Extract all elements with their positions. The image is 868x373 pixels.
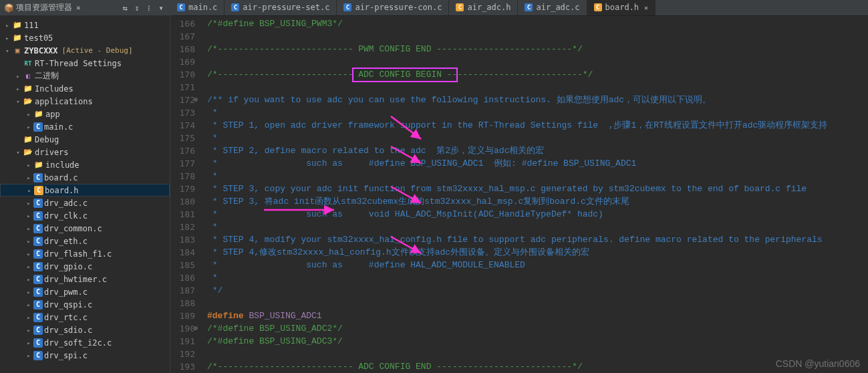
code-line[interactable] <box>207 297 868 309</box>
tree-item[interactable]: ▸📁include <box>0 158 170 171</box>
tree-item[interactable]: ▸Cdrv_hwtimer.c <box>0 273 170 285</box>
expand-arrow-icon[interactable]: ▸ <box>25 174 32 181</box>
expand-arrow-icon[interactable]: ▾ <box>15 149 21 156</box>
code-line[interactable]: * <box>207 170 868 182</box>
editor-tab[interactable]: Cair_adc.h <box>449 0 518 15</box>
code-line[interactable]: * such as #define HAL_ADC_MODULE_ENABLED <box>207 259 868 271</box>
editor-tab[interactable]: Cair-pressure-con.c <box>337 0 449 15</box>
collapse-icon[interactable]: ⇆ <box>120 3 130 13</box>
editor-tab[interactable]: Cair-pressure-set.c <box>225 0 337 15</box>
code-line[interactable]: * STEP 4,修改stm32xxxx_hal_config.h文件以支持ad… <box>207 246 868 259</box>
expand-arrow-icon[interactable]: ▸ <box>25 276 32 283</box>
expand-arrow-icon[interactable]: ▸ <box>25 251 32 257</box>
expand-arrow-icon[interactable]: ▸ <box>15 86 21 92</box>
code-line[interactable]: * <box>207 221 868 233</box>
code-line[interactable] <box>207 348 868 360</box>
code-line[interactable]: /*#define BSP_USING_PWM3*/ <box>207 17 868 30</box>
fold-marker-icon[interactable] <box>194 98 198 102</box>
code-line[interactable]: /*#define BSP_USING_ADC2*/ <box>207 322 868 335</box>
code-line[interactable]: /*-------------------------- PWM CONFIG … <box>207 43 868 55</box>
expand-arrow-icon[interactable]: ▾ <box>15 98 21 105</box>
code-line[interactable]: * STEP 3, 将adc init函数从stm32cubemx生成的stm3… <box>207 195 868 208</box>
expand-arrow-icon[interactable]: ▸ <box>25 327 32 334</box>
code-line[interactable]: * such as void HAL_ADC_MspInit(ADC_Handl… <box>207 208 868 221</box>
expand-arrow-icon[interactable]: ▸ <box>25 340 32 346</box>
code-line[interactable]: * STEP 2, define macro related to the ad… <box>207 144 868 157</box>
expand-arrow-icon[interactable]: ▸ <box>25 213 32 219</box>
code-line[interactable] <box>207 81 868 94</box>
expand-arrow-icon[interactable]: ▸ <box>25 289 32 295</box>
code-line[interactable]: * <box>207 271 868 284</box>
expand-arrow-icon[interactable]: ▸ <box>25 200 32 207</box>
folder-open-icon: 📂 <box>23 147 33 158</box>
tree-item[interactable]: ▸Cdrv_rtc.c <box>0 311 170 324</box>
tree-item[interactable]: ▾▣ZYBCXXX[Active - Debug] <box>0 44 170 57</box>
fold-marker-icon[interactable] <box>194 326 198 330</box>
view-menu-icon[interactable]: ⫶ <box>144 3 154 13</box>
minimize-icon[interactable]: ▾ <box>156 3 166 13</box>
expand-arrow-icon[interactable]: ▸ <box>4 22 11 29</box>
expand-arrow-icon[interactable]: ▸ <box>26 187 33 194</box>
tree-item[interactable]: ▾📂applications <box>0 95 170 108</box>
expand-arrow-icon[interactable]: ▸ <box>25 225 32 232</box>
code-line[interactable]: /*-------------------------- ADC CONFIG … <box>207 68 868 81</box>
tree-item[interactable]: ▸Cdrv_gpio.c <box>0 260 170 273</box>
tree-item[interactable]: ▸📁111 <box>0 19 170 31</box>
code-line[interactable]: * <box>207 132 868 144</box>
tree-item[interactable]: ▸Cmain.c <box>0 120 170 133</box>
tree-item[interactable]: ▸Cdrv_soft_i2c.c <box>0 336 170 349</box>
tree-item[interactable]: ▸📁app <box>0 108 170 120</box>
close-icon[interactable]: ✕ <box>644 4 648 11</box>
editor-tab[interactable]: Cair_adc.c <box>518 0 587 15</box>
tree-item[interactable]: ▸Cboard.c <box>0 171 170 184</box>
code-line[interactable]: /** if you want to use adc you can use t… <box>207 94 868 106</box>
tree-item[interactable]: ▸Cboard.h <box>0 184 170 197</box>
code-line[interactable]: * such as #define BSP_USING_ADC1 例如: #de… <box>207 157 868 170</box>
code-content[interactable]: /*#define BSP_USING_PWM3*//*------------… <box>200 16 868 373</box>
code-editor[interactable]: 1661671681691701711721731741751761771781… <box>170 16 868 373</box>
code-line[interactable]: * STEP 4, modify your stm32xxxx_hal_conf… <box>207 233 868 246</box>
expand-arrow-icon[interactable]: ▸ <box>25 238 32 245</box>
code-line[interactable]: /*-------------------------- ADC CONFIG … <box>207 360 868 373</box>
binary-icon: ◧ <box>23 71 33 82</box>
code-line[interactable]: */ <box>207 284 868 297</box>
tree-item[interactable]: ▸Cdrv_adc.c <box>0 197 170 209</box>
expand-arrow-icon[interactable]: ▸ <box>25 352 32 359</box>
code-line[interactable]: #define BSP_USING_ADC1 <box>207 309 868 322</box>
project-tree[interactable]: ▸📁111▸📁test05▾▣ZYBCXXX[Active - Debug]RT… <box>0 16 170 373</box>
code-line[interactable]: * <box>207 106 868 119</box>
tree-item[interactable]: ▸Cdrv_spi.c <box>0 349 170 362</box>
editor-tab[interactable]: Cmain.c <box>170 0 225 15</box>
code-line[interactable] <box>207 55 868 68</box>
tree-item[interactable]: ▸Cdrv_pwm.c <box>0 285 170 298</box>
tree-item[interactable]: ▸Cdrv_eth.c <box>0 235 170 247</box>
code-line[interactable]: * STEP 1, open adc driver framework supp… <box>207 119 868 132</box>
code-line[interactable] <box>207 30 868 43</box>
expand-arrow-icon[interactable]: ▸ <box>15 73 21 80</box>
code-line[interactable]: * STEP 3, copy your adc init function fr… <box>207 182 868 195</box>
expand-arrow-icon[interactable]: ▸ <box>25 124 32 130</box>
tree-item[interactable]: RTRT-Thread Settings <box>0 57 170 70</box>
expand-arrow-icon[interactable]: ▸ <box>4 35 11 41</box>
line-number: 166 <box>170 17 195 30</box>
tree-item[interactable]: ▸Cdrv_flash_f1.c <box>0 247 170 260</box>
expand-arrow-icon[interactable]: ▸ <box>25 162 32 168</box>
tree-item[interactable]: 📁Debug <box>0 133 170 146</box>
tree-item[interactable]: ▸Cdrv_common.c <box>0 222 170 235</box>
expand-arrow-icon[interactable]: ▸ <box>25 314 32 321</box>
tree-item[interactable]: ▸Cdrv_qspi.c <box>0 298 170 311</box>
expand-arrow-icon[interactable]: ▾ <box>4 47 11 54</box>
editor-tab[interactable]: Cboard.h✕ <box>587 0 656 15</box>
code-line[interactable]: /*#define BSP_USING_ADC3*/ <box>207 335 868 348</box>
tree-item[interactable]: ▸◧二进制 <box>0 70 170 82</box>
tree-item[interactable]: ▾📂drivers <box>0 146 170 158</box>
expand-arrow-icon[interactable]: ▸ <box>25 111 32 118</box>
link-editor-icon[interactable]: ⇕ <box>132 3 142 13</box>
expand-arrow-icon[interactable]: ▸ <box>25 301 32 308</box>
tree-item[interactable]: ▸Cdrv_clk.c <box>0 209 170 222</box>
tree-item[interactable]: ▸📁Includes <box>0 82 170 95</box>
close-icon[interactable]: ✕ <box>75 3 81 12</box>
tree-item[interactable]: ▸📁test05 <box>0 31 170 44</box>
tree-item[interactable]: ▸Cdrv_sdio.c <box>0 324 170 336</box>
expand-arrow-icon[interactable]: ▸ <box>25 263 32 270</box>
